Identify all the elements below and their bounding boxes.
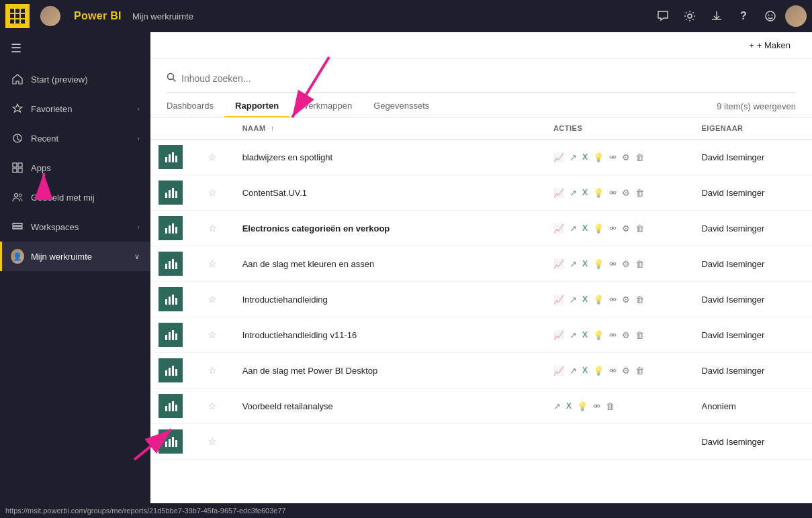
action-excel-icon[interactable]: X: [582, 152, 588, 162]
action-linechart-icon[interactable]: 📈: [553, 223, 564, 234]
row-name-text[interactable]: Introductiehandleiding v11-16: [242, 330, 357, 340]
tab-rapporten[interactable]: Rapporten: [224, 95, 289, 117]
star-icon[interactable]: ☆: [208, 223, 217, 234]
action-excel-icon[interactable]: X: [582, 259, 588, 268]
action-settings2-icon[interactable]: ⚙: [622, 330, 630, 340]
action-linechart-icon[interactable]: 📈: [553, 259, 564, 269]
action-delete-icon[interactable]: 🗑: [635, 152, 644, 162]
action-settings2-icon[interactable]: ⚙: [622, 223, 630, 234]
sidebar-hamburger[interactable]: ☰: [0, 32, 150, 64]
tab-dashboards[interactable]: Dashboards: [167, 95, 224, 117]
topbar-avatar-right[interactable]: [785, 5, 807, 27]
sidebar-item-myworkspace[interactable]: 👤 Mijn werkruimte ∨: [0, 242, 150, 271]
action-share2-icon[interactable]: ↗: [553, 401, 561, 411]
action-delete2-icon[interactable]: 🗑: [606, 401, 615, 411]
make-button[interactable]: + + Maken: [743, 38, 796, 53]
star-icon[interactable]: ☆: [208, 329, 217, 340]
waffle-button[interactable]: [5, 4, 30, 28]
tab-gegevenssets[interactable]: Gegevenssets: [363, 95, 440, 117]
star-icon[interactable]: ☆: [208, 258, 217, 269]
star-icon[interactable]: ☆: [208, 365, 217, 376]
action-settings2-icon[interactable]: ⚙: [622, 366, 630, 376]
action-settings2-icon[interactable]: ⚙: [622, 295, 630, 305]
sidebar-item-recent[interactable]: Recent ›: [0, 123, 150, 153]
action-settings2-icon[interactable]: ⚙: [622, 259, 630, 269]
action-linechart-icon[interactable]: 📈: [553, 295, 564, 305]
action-connect2-icon[interactable]: ⚮: [593, 401, 600, 411]
action-excel-icon[interactable]: X: [582, 223, 588, 233]
action-connect-icon[interactable]: ⚮: [609, 259, 617, 269]
row-name-text[interactable]: ContentSat.UV.1: [242, 188, 307, 198]
action-insight-icon[interactable]: 💡: [593, 366, 604, 376]
action-connect-icon[interactable]: ⚮: [609, 223, 617, 234]
sidebar-item-shared[interactable]: Gedeeld met mij: [0, 183, 150, 212]
search-input[interactable]: [181, 73, 383, 84]
tab-werkmappen[interactable]: Werkmappen: [289, 95, 363, 117]
action-delete-icon[interactable]: 🗑: [635, 259, 644, 269]
action-linechart-icon[interactable]: 📈: [553, 152, 564, 162]
action-excel2-icon[interactable]: X: [566, 401, 572, 411]
action-share-icon[interactable]: ↗: [570, 295, 577, 305]
action-insight-icon[interactable]: 💡: [593, 259, 604, 269]
action-insight2-icon[interactable]: 💡: [577, 401, 588, 411]
action-delete-icon[interactable]: 🗑: [635, 188, 644, 198]
smiley-icon-btn[interactable]: [758, 4, 782, 28]
action-delete-icon[interactable]: 🗑: [635, 366, 644, 376]
download-icon-btn[interactable]: [705, 4, 729, 28]
action-insight-icon[interactable]: 💡: [593, 188, 604, 198]
action-excel-icon[interactable]: X: [582, 295, 588, 304]
star-icon[interactable]: ☆: [208, 152, 217, 162]
topbar-avatar-left[interactable]: [40, 6, 60, 26]
action-insight-icon[interactable]: 💡: [593, 295, 604, 305]
action-insight-icon[interactable]: 💡: [593, 330, 604, 340]
action-share-icon[interactable]: ↗: [570, 366, 577, 376]
action-share-icon[interactable]: ↗: [570, 259, 577, 269]
action-delete-icon[interactable]: 🗑: [635, 223, 644, 234]
svg-rect-20: [169, 190, 171, 198]
sidebar-item-workspaces[interactable]: Workspaces ›: [0, 212, 150, 242]
sidebar-item-favorites[interactable]: Favorieten ›: [0, 94, 150, 123]
action-delete-icon[interactable]: 🗑: [635, 295, 644, 305]
action-settings2-icon[interactable]: ⚙: [622, 188, 630, 198]
table-header: NAAM ↑ ACTIES EIGENAAR: [150, 117, 812, 140]
sidebar-label-favorites: Favorieten: [31, 104, 137, 114]
star-icon[interactable]: ☆: [208, 294, 217, 305]
table-area[interactable]: NAAM ↑ ACTIES EIGENAAR ☆bladwijzers en s…: [150, 117, 812, 503]
svg-rect-39: [165, 370, 167, 376]
action-insight-icon[interactable]: 💡: [593, 152, 604, 162]
action-connect-icon[interactable]: ⚮: [609, 295, 617, 305]
action-linechart-icon[interactable]: 📈: [553, 330, 564, 340]
row-name-text[interactable]: Aan de slag met kleuren en assen: [242, 259, 375, 269]
action-share-icon[interactable]: ↗: [570, 223, 577, 234]
sidebar-item-home[interactable]: Start (preview): [0, 64, 150, 94]
row-name-text[interactable]: Introductiehandleiding: [242, 295, 328, 305]
star-icon[interactable]: ☆: [208, 401, 217, 411]
action-linechart-icon[interactable]: 📈: [553, 188, 564, 198]
action-connect-icon[interactable]: ⚮: [609, 330, 617, 340]
action-settings2-icon[interactable]: ⚙: [622, 152, 630, 162]
settings-icon-btn[interactable]: [678, 4, 702, 28]
action-linechart-icon[interactable]: 📈: [553, 366, 564, 376]
action-insight-icon[interactable]: 💡: [593, 223, 604, 234]
row-name-text[interactable]: Electronics categorieën en verkoop: [242, 223, 390, 234]
action-delete-icon[interactable]: 🗑: [635, 330, 644, 340]
action-excel-icon[interactable]: X: [582, 330, 588, 340]
star-icon[interactable]: ☆: [208, 436, 217, 447]
action-connect-icon[interactable]: ⚮: [609, 366, 617, 376]
action-excel-icon[interactable]: X: [582, 366, 588, 375]
action-share-icon[interactable]: ↗: [570, 330, 577, 340]
action-excel-icon[interactable]: X: [582, 188, 588, 197]
row-name-text[interactable]: Voorbeeld retailanalyse: [242, 401, 333, 411]
row-name-text[interactable]: bladwijzers en spotlight: [242, 152, 332, 162]
action-share-icon[interactable]: ↗: [570, 188, 577, 198]
action-share-icon[interactable]: ↗: [570, 152, 577, 162]
star-icon[interactable]: ☆: [208, 187, 217, 198]
search-bar: [167, 67, 796, 93]
row-name-cell: Introductiehandleiding v11-16: [234, 317, 545, 353]
row-name-text[interactable]: Aan de slag met Power BI Desktop: [242, 366, 378, 376]
help-icon-btn[interactable]: ?: [731, 4, 756, 28]
action-connect-icon[interactable]: ⚮: [609, 152, 617, 162]
action-connect-icon[interactable]: ⚮: [609, 188, 617, 198]
chat-icon-btn[interactable]: [651, 4, 675, 28]
sidebar-item-apps[interactable]: Apps: [0, 153, 150, 183]
